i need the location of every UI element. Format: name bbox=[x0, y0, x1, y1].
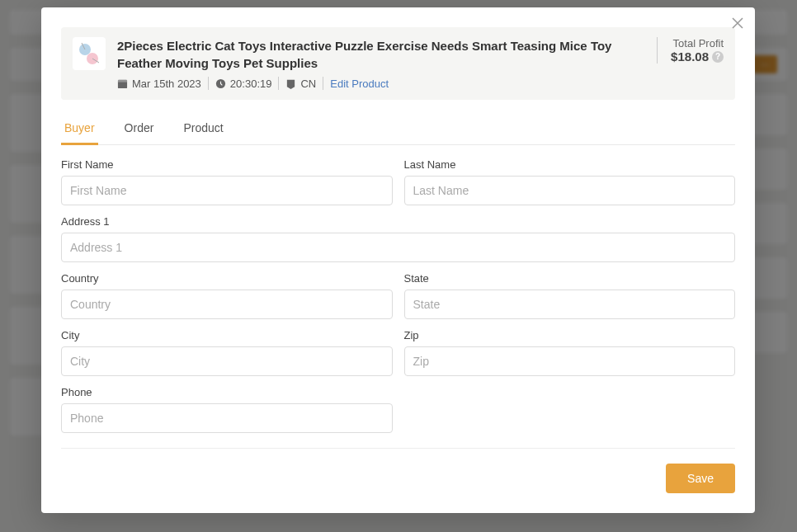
calendar-icon bbox=[117, 78, 128, 89]
svg-rect-3 bbox=[118, 79, 127, 82]
close-icon[interactable] bbox=[732, 17, 743, 32]
city-label: City bbox=[61, 329, 393, 341]
state-label: State bbox=[404, 272, 736, 285]
profit-block: Total Profit $18.08 ? bbox=[657, 37, 724, 64]
save-button[interactable]: Save bbox=[666, 464, 735, 493]
address1-label: Address 1 bbox=[61, 215, 735, 228]
zip-input[interactable] bbox=[404, 346, 736, 376]
city-input[interactable] bbox=[61, 346, 393, 376]
product-header: 2Pieces Electric Cat Toys Interactive Pu… bbox=[61, 27, 735, 100]
tab-product[interactable]: Product bbox=[180, 115, 226, 144]
product-meta: Mar 15th 2023 20:30:19 CN Edit Product bbox=[117, 77, 645, 90]
phone-input[interactable] bbox=[61, 403, 393, 433]
help-icon[interactable]: ? bbox=[712, 51, 724, 63]
profit-label: Total Profit bbox=[671, 37, 724, 49]
profit-value: $18.08 bbox=[671, 49, 709, 64]
edit-product-link[interactable]: Edit Product bbox=[330, 78, 389, 90]
last-name-label: Last Name bbox=[404, 158, 736, 171]
state-input[interactable] bbox=[404, 290, 736, 319]
first-name-label: First Name bbox=[61, 158, 393, 171]
buyer-form: First Name Last Name Address 1 Country S… bbox=[61, 158, 735, 433]
country-label: Country bbox=[61, 272, 393, 285]
product-thumbnail bbox=[73, 37, 106, 70]
tag-icon bbox=[285, 78, 296, 89]
zip-label: Zip bbox=[404, 329, 736, 341]
address1-input[interactable] bbox=[61, 233, 735, 262]
divider bbox=[61, 448, 735, 449]
order-origin: CN bbox=[300, 78, 316, 90]
order-edit-modal: 2Pieces Electric Cat Toys Interactive Pu… bbox=[41, 7, 755, 513]
last-name-input[interactable] bbox=[404, 176, 736, 205]
first-name-input[interactable] bbox=[61, 176, 393, 205]
order-date: Mar 15th 2023 bbox=[132, 78, 201, 90]
tab-buyer[interactable]: Buyer bbox=[61, 115, 98, 145]
tabs: Buyer Order Product bbox=[61, 115, 735, 145]
tab-order[interactable]: Order bbox=[121, 115, 158, 144]
product-title: 2Pieces Electric Cat Toys Interactive Pu… bbox=[117, 37, 645, 72]
clock-icon bbox=[215, 78, 226, 89]
order-time: 20:30:19 bbox=[230, 78, 272, 90]
country-input[interactable] bbox=[61, 290, 393, 319]
phone-label: Phone bbox=[61, 386, 393, 398]
